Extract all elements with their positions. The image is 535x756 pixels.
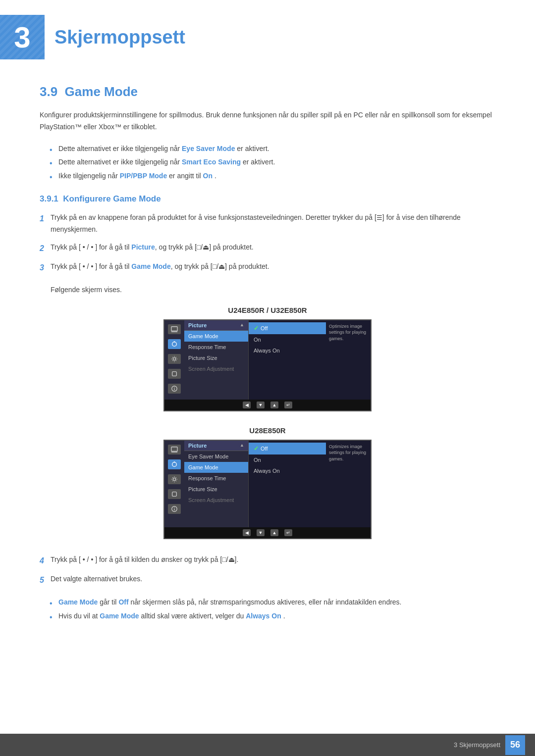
menu-header-1: Picture ▲ [184,320,248,331]
monitor-sidebar-2 [164,441,184,527]
submenu-alwayson-1: Always On [249,345,326,356]
monitor-help-2: Optimizes image settings for playing gam… [326,441,371,527]
nav-btn-down-1: ▼ [257,402,265,408]
menu-right-2: ✓ Off On Always On [249,441,326,527]
screen1-label: U24E850R / U32E850R [40,306,495,314]
main-content: 3.9 Game Mode Konfigurer produktskjermin… [0,84,535,674]
monitor-2: Picture ▲ Eye Saver Mode Game Mode Respo… [163,440,372,539]
sidebar-icon-info [168,384,181,394]
monitor-screen-2: Picture ▲ Eye Saver Mode Game Mode Respo… [164,441,371,527]
subsection-heading: 3.9.1 Konfigurere Game Mode [40,194,495,204]
monitor-menu-2: Picture ▲ Eye Saver Mode Game Mode Respo… [184,441,326,527]
svg-point-2 [172,342,177,346]
screen2-wrapper: Picture ▲ Eye Saver Mode Game Mode Respo… [40,440,495,539]
menu-item-response-2: Response Time [184,473,248,484]
sidebar-icon-picture-2 [168,445,181,454]
sidebar-icon-gear-2 [168,489,181,499]
svg-point-8 [174,387,174,387]
sidebar-icon-active-2 [168,459,181,469]
menu-left-1: Picture ▲ Game Mode Response Time Pictur… [184,320,249,400]
monitor-nav-2: ◀ ▼ ▲ ↵ [164,527,371,538]
screen2-label: U28E850R [40,426,495,435]
menu-item-screenadj-2: Screen Adjustment [184,495,248,505]
chapter-number: 3 [14,20,30,54]
svg-point-4 [173,357,175,360]
nav-btn-up-1: ▲ [270,402,278,408]
page-header: 3 Skjermoppsett [0,0,535,69]
menu-item-eyesaver-2: Eye Saver Mode [184,451,248,462]
nav-btn-left-1: ◀ [243,402,251,408]
following-screen-text: Følgende skjerm vises. [51,284,495,296]
submenu-off-2: ✓ Off [249,443,326,454]
menu-item-gamemode-1: Game Mode [184,331,248,342]
submenu-on-1: On [249,334,326,345]
menu-left-2: Picture ▲ Eye Saver Mode Game Mode Respo… [184,441,249,527]
monitor-sidebar-1 [164,320,184,400]
step-2: 2 Trykk på [ • / • ] for å gå til Pictur… [40,242,495,255]
final-bullet-1: Game Mode går til Off når skjermen slås … [50,597,495,608]
svg-rect-9 [171,447,177,452]
bullet-list: Dette alternativet er ikke tilgjengelig … [50,143,495,182]
footer-text: 3 Skjermoppsett [454,741,500,749]
sidebar-icon-gear [168,369,181,379]
step-4: 4 Trykk på [ • / • ] for å gå til kilden… [40,554,495,567]
step-3: 3 Trykk på [ • / • ] for å gå til Game M… [40,261,495,274]
page-footer: 3 Skjermoppsett 56 [0,734,535,756]
sidebar-icon-picture [168,324,181,334]
submenu-on-2: On [249,454,326,465]
sidebar-icon-settings-2 [168,474,181,484]
chapter-title: Skjermoppsett [54,27,185,48]
menu-header-2: Picture ▲ [184,441,248,451]
monitor-menu-1: Picture ▲ Game Mode Response Time Pictur… [184,320,326,400]
menu-item-gamemode-2: Game Mode [184,462,248,473]
nav-btn-up-2: ▲ [270,529,278,536]
nav-btn-enter-2: ↵ [284,529,292,536]
submenu-alwayson-2: Always On [249,465,326,476]
bullet-item-2: Dette alternativet er ikke tilgjengelig … [50,156,495,168]
steps-list: 1 Trykk på en av knappene foran på produ… [40,212,495,274]
menu-item-picturesize-1: Picture Size [184,353,248,363]
screen1-wrapper: Picture ▲ Game Mode Response Time Pictur… [40,319,495,411]
monitor-nav-1: ◀ ▼ ▲ ↵ [164,400,371,410]
footer-page: 56 [505,735,525,755]
chapter-number-box: 3 [0,15,45,59]
svg-rect-14 [172,492,177,496]
final-bullet-list: Game Mode går til Off når skjermen slås … [50,597,495,622]
menu-item-response-1: Response Time [184,342,248,353]
menu-item-picturesize-2: Picture Size [184,484,248,495]
monitor-help-1: Optimizes image settings for playing gam… [326,320,371,400]
section-heading: 3.9 Game Mode [40,84,495,100]
nav-btn-left-2: ◀ [243,529,251,536]
steps-list-continued: 4 Trykk på [ • / • ] for å gå til kilden… [40,554,495,587]
svg-rect-0 [171,327,177,331]
bullet-item-3: Ikke tilgjengelig når PIP/PBP Mode er an… [50,170,495,182]
final-bullet-2: Hvis du vil at Game Mode alltid skal vær… [50,610,495,622]
monitor-1: Picture ▲ Game Mode Response Time Pictur… [163,319,372,411]
svg-point-13 [173,478,175,480]
submenu-off-1: ✓ Off [249,322,326,334]
sidebar-icon-info-2 [168,504,181,514]
step-5: 5 Det valgte alternativet brukes. [40,573,495,587]
menu-item-screenadj-1: Screen Adjustment [184,363,248,374]
menu-right-1: ✓ Off On Always On [249,320,326,400]
intro-text: Konfigurer produktskjerminnstillingene f… [40,109,495,133]
nav-btn-enter-1: ↵ [284,402,292,408]
svg-point-11 [172,462,177,466]
sidebar-icon-settings [168,354,181,364]
nav-btn-down-2: ▼ [257,529,265,536]
sidebar-icon-active [168,339,181,349]
monitor-screen-1: Picture ▲ Game Mode Response Time Pictur… [164,320,371,400]
step-1: 1 Trykk på en av knappene foran på produ… [40,212,495,236]
bullet-item-1: Dette alternativet er ikke tilgjengelig … [50,143,495,155]
svg-rect-5 [172,371,177,376]
svg-point-17 [174,507,174,507]
